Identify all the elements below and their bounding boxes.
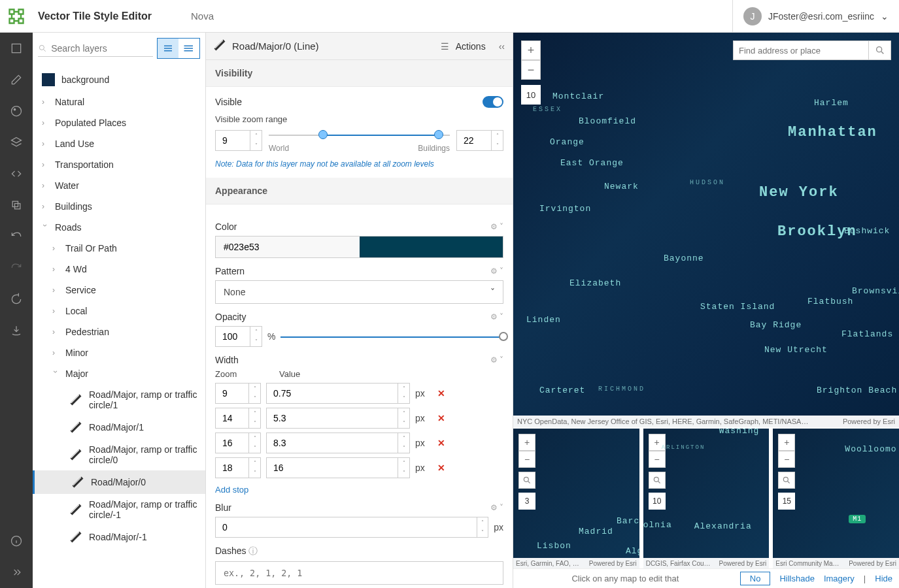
no-button[interactable]: No <box>740 572 771 585</box>
layer-group[interactable]: ›Populated Places <box>33 112 205 133</box>
layer-search[interactable] <box>38 41 153 57</box>
zoom-out-button[interactable]: − <box>778 451 795 468</box>
layer-subgroup[interactable]: ›Trail Or Path <box>33 238 205 259</box>
mini-map[interactable]: +−15WoolloomoM1Esri Community Ma…Powered… <box>773 429 899 568</box>
pattern-select[interactable]: None ˅ <box>215 280 503 304</box>
opacity-input[interactable]: ˄˅ <box>215 326 262 347</box>
rail-download-icon[interactable] <box>0 315 33 346</box>
search-icon[interactable] <box>778 472 795 489</box>
list-flat-icon[interactable] <box>178 39 199 58</box>
rail-redo-icon[interactable] <box>0 252 33 284</box>
color-input[interactable] <box>215 236 503 258</box>
layer-subgroup[interactable]: ›Service <box>33 280 205 301</box>
rail-undo-icon[interactable] <box>0 221 33 252</box>
layer-group[interactable]: ›Water <box>33 175 205 196</box>
layer-group[interactable]: ›Transportation <box>33 154 205 175</box>
map-place-label: East Orange <box>560 158 624 168</box>
zoom-out-button[interactable]: − <box>521 60 541 80</box>
blur-input[interactable]: ˄˅ <box>215 517 488 538</box>
dashes-input[interactable] <box>215 561 503 585</box>
step-down-icon[interactable]: ˅ <box>250 140 262 150</box>
stop-zoom-input[interactable]: ˄˅ <box>215 457 261 478</box>
zoom-in-button[interactable]: + <box>518 434 535 451</box>
layer-group[interactable]: ›Buildings <box>33 196 205 217</box>
search-icon[interactable] <box>518 472 535 489</box>
layer-leaf[interactable]: Road/Major/0 <box>33 470 205 494</box>
map-place-label: Washing <box>719 429 760 436</box>
gear-icon[interactable]: ⚙︎ ˅ <box>490 355 503 365</box>
actions-label[interactable]: Actions <box>456 41 486 52</box>
layer-leaf[interactable]: Road/Major, ramp or traffic circle/1 <box>33 384 205 416</box>
actions-menu-icon[interactable]: ☰ <box>441 41 449 52</box>
layer-subgroup[interactable]: ›4 Wd <box>33 259 205 280</box>
stop-value-input[interactable]: ˄˅ <box>266 383 410 404</box>
rail-styles-icon[interactable] <box>0 33 33 64</box>
layer-leaf[interactable]: Road/Major, ramp or traffic circle/-1 <box>33 494 205 525</box>
layer-group[interactable]: ›Natural <box>33 91 205 112</box>
search-input[interactable] <box>51 43 153 54</box>
stop-zoom-input[interactable]: ˄˅ <box>215 408 261 429</box>
add-stop-button[interactable]: Add stop <box>215 485 248 495</box>
stop-zoom-input[interactable]: ˄˅ <box>215 433 261 453</box>
hide-link[interactable]: Hide <box>875 574 892 583</box>
map-search-input[interactable] <box>733 41 869 60</box>
layer-leaf[interactable]: Road/Major/1 <box>33 416 205 439</box>
gear-icon[interactable]: ⚙︎ ˅ <box>490 503 503 512</box>
stop-zoom-input[interactable]: ˄˅ <box>215 383 261 404</box>
search-icon[interactable] <box>869 41 891 60</box>
layer-background[interactable]: background <box>33 68 205 91</box>
mini-map[interactable]: +−3MadridLisbonBarceAlgEsri, Garmin, FAO… <box>513 429 639 568</box>
rail-layers-icon[interactable] <box>0 127 33 158</box>
delete-stop-icon[interactable]: ✕ <box>436 388 447 399</box>
zoom-min-input[interactable]: 9 ˄˅ <box>215 130 262 151</box>
rail-palette-icon[interactable] <box>0 95 33 127</box>
delete-stop-icon[interactable]: ✕ <box>436 463 447 473</box>
map-search[interactable] <box>733 41 891 60</box>
zoom-max-input[interactable]: 22 ˄˅ <box>456 130 503 151</box>
zoom-in-button[interactable]: + <box>778 434 795 451</box>
list-tree-icon[interactable] <box>158 39 178 58</box>
style-name[interactable]: Nova <box>191 10 214 22</box>
mini-map[interactable]: +−10WashingARLINGTONolniaAlexandriaDCGIS… <box>643 429 770 568</box>
layer-leaf[interactable]: Road/Major/-1 <box>33 525 205 549</box>
collapse-panel-icon[interactable]: ‹‹ <box>499 41 505 52</box>
zoom-in-button[interactable]: + <box>521 41 541 60</box>
rail-code-icon[interactable] <box>0 158 33 189</box>
map-place-label: Carteret <box>539 385 585 395</box>
rail-edit-icon[interactable] <box>0 64 33 95</box>
opacity-slider[interactable] <box>280 330 503 343</box>
gear-icon[interactable]: ⚙︎ ˅ <box>490 312 503 321</box>
visible-toggle[interactable] <box>483 96 503 108</box>
zoom-out-button[interactable]: − <box>649 451 666 468</box>
rail-refresh-icon[interactable] <box>0 284 33 315</box>
color-swatch[interactable] <box>360 237 503 257</box>
layer-subgroup[interactable]: ›Minor <box>33 342 205 363</box>
gear-icon[interactable]: ⚙︎ ˅ <box>490 222 503 231</box>
user-menu[interactable]: J JFoster@esri.com_esriinc ⌄ <box>732 0 899 32</box>
layer-leaf[interactable]: Road/Major, ramp or traffic circle/0 <box>33 439 205 470</box>
step-up-icon[interactable]: ˄ <box>250 131 262 140</box>
search-icon[interactable] <box>649 472 666 489</box>
zoom-out-button[interactable]: − <box>518 451 535 468</box>
rail-copy-icon[interactable] <box>0 189 33 221</box>
map-place-label: RICHMOND <box>598 385 645 393</box>
main-map[interactable]: + − 10 MontclairBloomfieldESSEXOrangeEas… <box>513 33 899 427</box>
stop-value-input[interactable]: ˄˅ <box>266 457 410 478</box>
rail-collapse-icon[interactable] <box>0 557 33 588</box>
imagery-link[interactable]: Imagery <box>824 574 855 583</box>
zoom-slider[interactable] <box>269 128 450 141</box>
layer-subgroup[interactable]: ›Major <box>33 363 205 384</box>
rail-info-icon[interactable] <box>0 525 33 557</box>
svg-rect-3 <box>12 201 18 206</box>
stop-value-input[interactable]: ˄˅ <box>266 433 410 453</box>
hillshade-link[interactable]: Hillshade <box>779 574 814 583</box>
layer-group[interactable]: ›Roads <box>33 217 205 238</box>
layer-subgroup[interactable]: ›Pedestrian <box>33 321 205 342</box>
delete-stop-icon[interactable]: ✕ <box>436 413 447 423</box>
gear-icon[interactable]: ⚙︎ ˅ <box>490 267 503 276</box>
layer-subgroup[interactable]: ›Local <box>33 301 205 321</box>
delete-stop-icon[interactable]: ✕ <box>436 438 447 448</box>
layer-group[interactable]: ›Land Use <box>33 133 205 154</box>
nav-rail <box>0 33 33 588</box>
stop-value-input[interactable]: ˄˅ <box>266 408 410 429</box>
